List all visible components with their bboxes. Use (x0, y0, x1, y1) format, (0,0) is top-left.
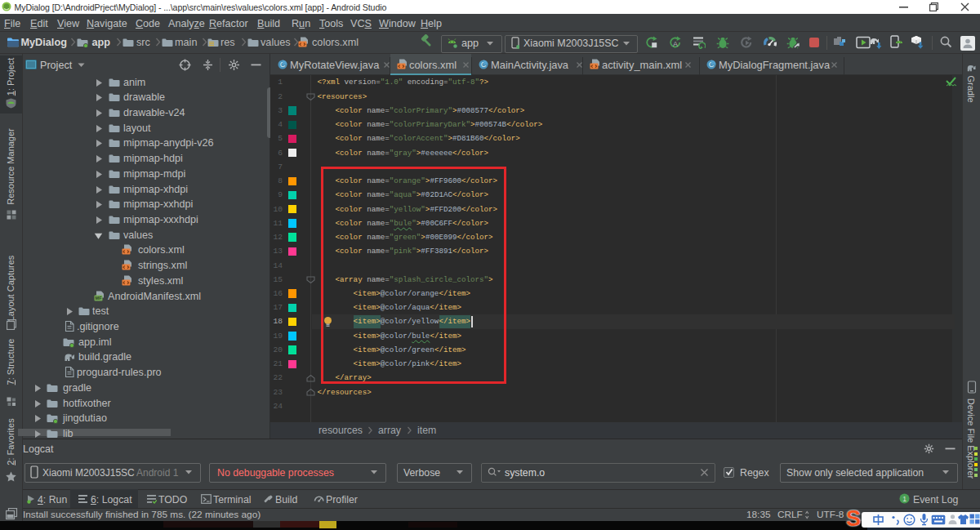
svg-text:1: 1 (902, 495, 906, 503)
svg-text:MF: MF (96, 296, 103, 301)
svg-text:A: A (673, 40, 678, 48)
